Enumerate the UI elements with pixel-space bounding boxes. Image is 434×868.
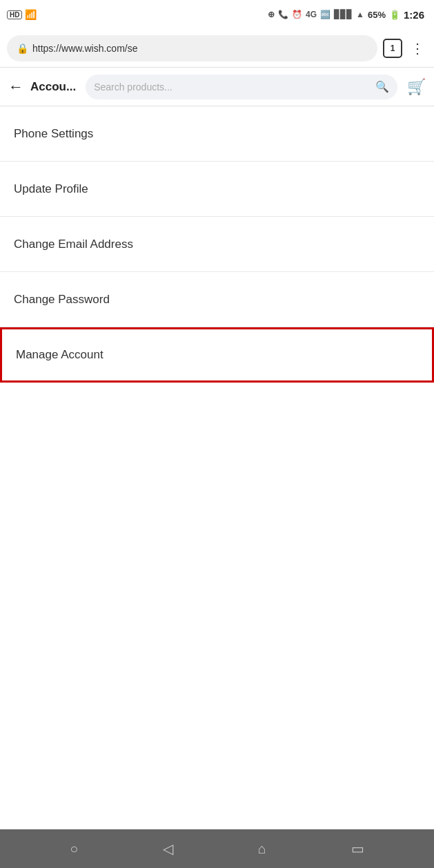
tab-count[interactable]: 1 xyxy=(383,39,402,58)
battery-percent: 65% xyxy=(368,10,386,20)
menu-item-label: Update Profile xyxy=(14,182,88,196)
url-bar[interactable]: 🔒 https://www.wish.com/se xyxy=(7,35,377,61)
url-text: https://www.wish.com/se xyxy=(32,43,368,54)
browser-bar: 🔒 https://www.wish.com/se 1 ⋮ xyxy=(0,29,434,68)
wifi-icon: ▲ xyxy=(356,10,364,19)
alarm-icon: ⏰ xyxy=(292,10,302,19)
status-bar-left: HD 📶 xyxy=(7,9,37,20)
phone-icon: 📞 xyxy=(278,10,288,19)
status-bar: HD 📶 ⊕ 📞 ⏰ 4G 🔤 ▊▊▊ ▲ 65% 🔋 1:26 xyxy=(0,0,434,29)
menu-list: Phone SettingsUpdate ProfileChange Email… xyxy=(0,106,434,829)
search-icon[interactable]: 🔍 xyxy=(375,80,389,93)
search-bar[interactable]: Search products... 🔍 xyxy=(86,75,397,99)
signal-bars-icon: ▊▊▊ xyxy=(334,10,353,19)
cart-icon[interactable]: 🛒 xyxy=(407,78,426,96)
back-button[interactable]: ← xyxy=(8,78,23,96)
search-nav-icon[interactable]: ○ xyxy=(70,841,78,857)
battery-icon: 🔋 xyxy=(389,10,400,20)
browser-menu-icon[interactable]: ⋮ xyxy=(408,40,427,57)
menu-item[interactable]: Change Email Address xyxy=(0,217,434,272)
lock-icon: 🔒 xyxy=(17,43,28,54)
menu-item-label: Change Email Address xyxy=(14,238,133,251)
home-nav-icon[interactable]: ⌂ xyxy=(258,841,266,857)
menu-item[interactable]: Update Profile xyxy=(0,162,434,217)
volte-icon: 🔤 xyxy=(320,10,331,19)
network-4g-icon: 4G xyxy=(306,10,317,19)
menu-item-label: Manage Account xyxy=(16,348,103,362)
status-bar-right: ⊕ 📞 ⏰ 4G 🔤 ▊▊▊ ▲ 65% 🔋 1:26 xyxy=(268,9,424,21)
bottom-nav: ○ ◁ ⌂ ▭ xyxy=(0,829,434,868)
menu-item-label: Change Password xyxy=(14,293,110,307)
signal-icon: 📶 xyxy=(25,9,37,20)
back-nav-icon[interactable]: ◁ xyxy=(163,840,173,857)
nav-bar: ← Accou... Search products... 🔍 🛒 xyxy=(0,68,434,106)
recents-nav-icon[interactable]: ▭ xyxy=(351,840,364,857)
page-title: Accou... xyxy=(30,80,76,94)
menu-item[interactable]: Change Password xyxy=(0,272,434,327)
gps-icon: ⊕ xyxy=(268,10,275,19)
menu-item[interactable]: Phone Settings xyxy=(0,106,434,162)
clock: 1:26 xyxy=(404,9,424,21)
menu-item[interactable]: Manage Account xyxy=(0,327,434,383)
menu-item-label: Phone Settings xyxy=(14,127,93,141)
search-placeholder: Search products... xyxy=(94,81,371,93)
hd-badge: HD xyxy=(7,10,22,19)
